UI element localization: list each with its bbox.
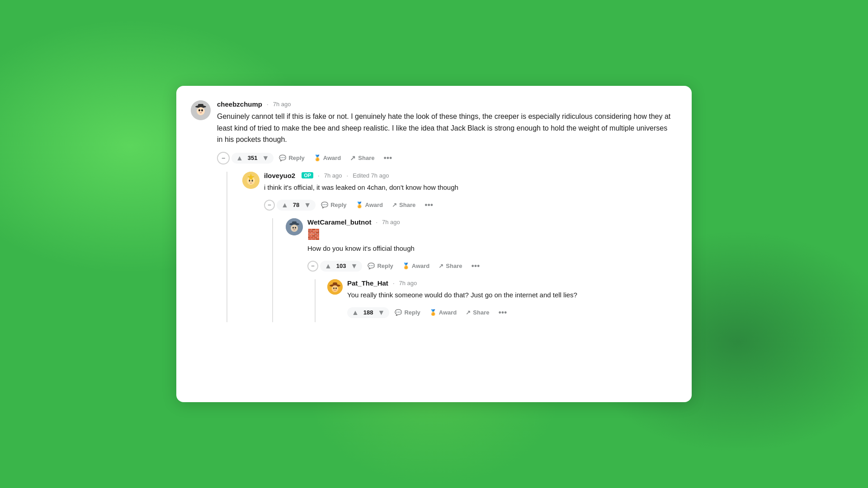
svg-point-3: [197, 107, 205, 115]
timestamp-cheebzchump: ·: [267, 101, 269, 108]
comment-body-cheebzchump: Genuinely cannot tell if this is fake or…: [217, 111, 674, 145]
downvote-button-pat[interactable]: ▼: [376, 309, 387, 316]
award-button-wetcaramel[interactable]: 🏅 Award: [399, 260, 434, 272]
actions-wetcaramel: − ▲ 103 ▼: [307, 260, 674, 272]
upvote-button-iloveyuo2[interactable]: ▲: [279, 202, 290, 209]
extra-emoji-wetcaramel: 🧱: [307, 229, 674, 240]
avatar-wetcaramel: [286, 218, 303, 235]
reply-button-cheebzchump[interactable]: 💬 Reply: [275, 152, 308, 164]
svg-point-5: [201, 109, 203, 112]
svg-rect-13: [292, 221, 297, 225]
more-button-pat[interactable]: •••: [495, 307, 510, 319]
minus-icon: −: [222, 155, 225, 162]
upvote-button-cheebzchump[interactable]: ▲: [234, 155, 245, 162]
reply-icon: 💬: [395, 309, 402, 316]
share-icon: ↗: [439, 263, 443, 269]
reply-button-pat[interactable]: 💬 Reply: [391, 307, 424, 318]
svg-point-10: [252, 180, 253, 182]
comment-body-wetcaramel: How do you know it's official though: [307, 243, 674, 254]
comments-card: cheebzchump · 7h ago Genuinely cannot te…: [176, 86, 692, 402]
svg-point-4: [198, 109, 200, 112]
award-button-cheebzchump[interactable]: 🏅 Award: [310, 152, 345, 164]
share-button-iloveyuo2[interactable]: ↗ Share: [388, 199, 419, 211]
more-button-wetcaramel[interactable]: •••: [467, 260, 483, 272]
timestamp-pat: 7h ago: [399, 280, 417, 286]
username-cheebzchump: cheebzchump: [217, 100, 262, 108]
username-iloveyuo2: iloveyuo2: [264, 172, 295, 179]
timestamp-wetcaramel: 7h ago: [382, 219, 400, 225]
username-wetcaramel: WetCaramel_butnot: [307, 218, 371, 226]
avatar-pat: [327, 279, 343, 295]
svg-point-20: [332, 285, 339, 292]
comment-cheebzchump: cheebzchump · 7h ago Genuinely cannot te…: [191, 100, 674, 322]
svg-point-16: [295, 227, 296, 229]
share-icon: ↗: [350, 154, 356, 162]
collapse-button-cheebzchump[interactable]: −: [217, 152, 230, 164]
reply-thread-1: iloveyuo2 OP · 7h ago · Edited 7h ago i …: [217, 172, 674, 322]
vote-area-cheebzchump: ▲ 351 ▼: [231, 153, 274, 164]
actions-iloveyuo2: − ▲ 78 ▼ 💬 Reply: [264, 199, 674, 211]
reply-thread-3: Pat_The_Hat · 7h ago You really think so…: [307, 279, 674, 322]
reply-icon: 💬: [321, 202, 328, 208]
award-icon: 🏅: [429, 309, 437, 316]
timestamp-iloveyuo2: 7h ago: [324, 172, 342, 179]
username-pat: Pat_The_Hat: [347, 279, 388, 287]
avatar: [191, 100, 211, 120]
vote-area-wetcaramel: ▲ 103 ▼: [320, 261, 362, 272]
share-icon: ↗: [466, 309, 471, 316]
reply-icon: 💬: [279, 155, 286, 161]
avatar-iloveyuo2: [242, 172, 259, 189]
downvote-button-cheebzchump[interactable]: ▼: [260, 155, 271, 162]
actions-cheebzchump: − ▲ 351 ▼ 💬 Reply 🏅: [217, 152, 674, 164]
minus-icon: −: [268, 202, 271, 208]
award-button-iloveyuo2[interactable]: 🏅 Award: [352, 199, 387, 211]
more-button-iloveyuo2[interactable]: •••: [421, 199, 437, 211]
share-button-cheebzchump[interactable]: ↗ Share: [346, 152, 378, 164]
comment-pat: Pat_The_Hat · 7h ago You really think so…: [327, 279, 674, 322]
timestamp-cheebzchump-time: 7h ago: [273, 101, 291, 108]
downvote-button-iloveyuo2[interactable]: ▼: [302, 202, 313, 209]
svg-point-22: [335, 287, 337, 289]
svg-rect-2: [198, 104, 203, 108]
award-button-pat[interactable]: 🏅 Award: [426, 307, 461, 318]
vote-area-iloveyuo2: ▲ 78 ▼: [277, 200, 316, 211]
upvote-button-wetcaramel[interactable]: ▲: [323, 263, 334, 270]
downvote-button-wetcaramel[interactable]: ▼: [349, 263, 360, 270]
comment-body-iloveyuo2: i think it's official, it was leaked on …: [264, 182, 674, 193]
vote-area-pat: ▲ 188 ▼: [347, 307, 389, 318]
collapse-button-wetcaramel[interactable]: −: [307, 261, 318, 272]
minus-icon: −: [311, 263, 315, 269]
reply-button-iloveyuo2[interactable]: 💬 Reply: [317, 199, 350, 211]
share-button-pat[interactable]: ↗ Share: [462, 307, 493, 318]
award-icon: 🏅: [402, 263, 410, 269]
award-icon: 🏅: [356, 202, 363, 208]
svg-point-14: [291, 225, 298, 232]
vote-count-wetcaramel: 103: [335, 263, 348, 269]
actions-pat: ▲ 188 ▼ 💬 Reply: [347, 307, 674, 319]
comment-wetcaramel: WetCaramel_butnot · 7h ago 🧱 How do you …: [286, 218, 674, 322]
collapse-button-iloveyuo2[interactable]: −: [264, 200, 275, 211]
share-icon: ↗: [392, 202, 397, 208]
svg-point-9: [249, 180, 250, 182]
reply-icon: 💬: [368, 263, 375, 269]
reply-button-wetcaramel[interactable]: 💬 Reply: [364, 260, 396, 272]
vote-count-cheebzchump: 351: [246, 155, 259, 161]
svg-point-21: [333, 287, 335, 289]
upvote-button-pat[interactable]: ▲: [350, 309, 361, 316]
vote-count-pat: 188: [362, 309, 375, 316]
more-button-cheebzchump[interactable]: •••: [380, 152, 396, 164]
vote-count-iloveyuo2: 78: [291, 202, 301, 208]
edited-iloveyuo2: Edited 7h ago: [353, 172, 389, 179]
award-icon: 🏅: [314, 155, 321, 161]
share-button-wetcaramel[interactable]: ↗ Share: [435, 260, 466, 272]
comment-iloveyuo2: iloveyuo2 OP · 7h ago · Edited 7h ago i …: [242, 172, 674, 322]
op-badge-iloveyuo2: OP: [302, 172, 313, 178]
reply-thread-2: WetCaramel_butnot · 7h ago 🧱 How do you …: [264, 218, 674, 322]
svg-point-15: [292, 227, 294, 229]
comment-body-pat: You really think someone would do that? …: [347, 290, 674, 300]
